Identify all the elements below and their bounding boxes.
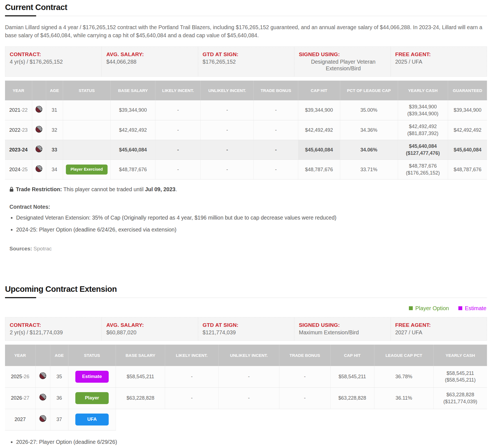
table-row-estimate: 2025-26 35 Estimate $58,545,211 - - - $5… [5,366,487,387]
col-league-cap-pct: LEAGUE CAP PCT [374,345,433,366]
upcoming-extension-header: Upcoming Contract Extension [5,285,487,298]
summary-free-agent: FREE AGENT: 2025 / UFA [391,47,487,77]
summary-free-agent: FREE AGENT: 2027 / UFA [391,317,487,340]
contract-summary-bar: CONTRACT: 4 yr(s) / $176,265,152 AVG. SA… [5,46,487,77]
status-badge-player: Player [75,392,109,404]
col-cap-hit: CAP HIT [298,81,340,100]
col-yearly-cash: YEARLY CASH [398,81,448,100]
contract-summary-paragraph: Damian Lillard signed a 4 year / $176,26… [5,23,487,40]
legend-estimate: Estimate [458,305,486,312]
col-status: STATUS [63,81,111,100]
extension-note: 2026-27: Player Option (deadline 6/29/26… [16,439,487,445]
summary-gtd-at-sign: GTD AT SIGN: $176,265,152 [198,47,294,77]
source-link[interactable]: Spotrac [34,246,52,252]
col-age: AGE [50,345,68,366]
extension-summary-bar: CONTRACT: 2 yr(s) / $121,774,039 AVG. SA… [5,317,487,341]
summary-avg-salary: AVG. SALARY: $44,066,288 [101,47,198,77]
col-unlikely-incent: UNLIKELY INCENT. [218,345,279,366]
table-header-row: YEAR AGE STATUS BASE SALARY LIKELY INCEN… [5,81,487,100]
col-trade-bonus: TRADE BONUS [279,345,331,366]
contract-notes-title: Contract Notes: [9,204,487,210]
col-unlikely-incent: UNLIKELY INCENT. [201,81,254,100]
page-title: Current Contract [5,3,487,12]
col-base-salary: BASE SALARY [116,345,165,366]
portland-trail-blazers-logo[interactable] [35,145,43,153]
table-row: 2024-25 34 Player Exercised $48,787,676 … [5,160,487,179]
col-year: YEAR [5,345,35,366]
portland-trail-blazers-logo[interactable] [35,106,43,113]
section-title: Upcoming Contract Extension [5,285,487,294]
col-pct-league-cap: PCT OF LEAGUE CAP [340,81,398,100]
table-row: 2021-22 31 $39,344,900 - - - $39,344,900… [5,100,487,120]
summary-contract: CONTRACT: 2 yr(s) / $121,774,039 [5,317,101,340]
table-row-player-option: 2026-27 36 Player $63,228,828 - - - $63,… [5,387,487,409]
col-likely-incent: LIKELY INCENT. [155,81,201,100]
contract-notes-list: Designated Veteran Extension: 35% of Cap… [11,215,487,233]
trade-restriction-note: Trade Restriction: This player cannot be… [9,186,487,193]
contract-note: Designated Veteran Extension: 35% of Cap… [16,215,487,221]
col-trade-bonus: TRADE BONUS [254,81,298,100]
table-legend: Player Option Estimate [5,305,486,312]
col-base-salary: BASE SALARY [111,81,155,100]
col-team [32,81,46,100]
col-yearly-cash: YEARLY CASH [433,345,487,366]
summary-signed-using: SIGNED USING: Maximum Extension/Bird [294,317,390,340]
col-cap-hit: CAP HIT [330,345,374,366]
col-guaranteed: GUARANTEED [448,81,487,100]
col-status: STATUS [68,345,116,366]
summary-contract: CONTRACT: 4 yr(s) / $176,265,152 [5,47,101,77]
legend-player-option: Player Option [409,305,449,312]
summary-gtd-at-sign: GTD AT SIGN: $121,774,039 [198,317,294,340]
status-cell [63,100,111,120]
player-option-swatch [409,306,413,310]
portland-trail-blazers-logo[interactable] [39,372,46,379]
status-badge-player-exercised: Player Exercised [66,165,108,175]
contract-note: 2024-25: Player Option (deadline 6/24/26… [16,227,487,233]
current-contract-table: YEAR AGE STATUS BASE SALARY LIKELY INCEN… [5,81,487,180]
portland-trail-blazers-logo[interactable] [39,415,46,422]
col-age: AGE [46,81,63,100]
estimate-swatch [458,306,462,310]
contract-page: Current Contract Damian Lillard signed a… [0,0,492,448]
table-row: 2022-23 32 $42,492,492 - - - $42,492,492… [5,120,487,140]
lock-icon [9,187,14,192]
portland-trail-blazers-logo[interactable] [39,394,46,401]
table-row-ufa: 2027 37 UFA [5,409,487,430]
table-row-current-season: 2023-24 33 $45,640,084 - - - $45,640,084… [5,140,487,160]
extension-table: YEAR AGE STATUS BASE SALARY LIKELY INCEN… [5,345,487,430]
portland-trail-blazers-logo[interactable] [35,126,43,133]
status-cell [63,140,111,160]
status-badge-estimate: Estimate [75,371,109,383]
summary-avg-salary: AVG. SALARY: $60,887,020 [101,317,198,340]
portland-trail-blazers-logo[interactable] [35,165,43,172]
current-contract-header: Current Contract [5,3,487,16]
table-header-row: YEAR AGE STATUS BASE SALARY LIKELY INCEN… [5,345,487,366]
extension-notes-list: 2026-27: Player Option (deadline 6/29/26… [11,439,487,445]
col-year: YEAR [5,81,32,100]
sources-line: Sources: Spotrac [9,246,487,252]
summary-signed-using: SIGNED USING: Designated Player Veteran … [294,47,390,77]
col-team [35,345,50,366]
col-likely-incent: LIKELY INCENT. [165,345,218,366]
status-cell [63,120,111,140]
status-badge-ufa: UFA [75,414,109,425]
